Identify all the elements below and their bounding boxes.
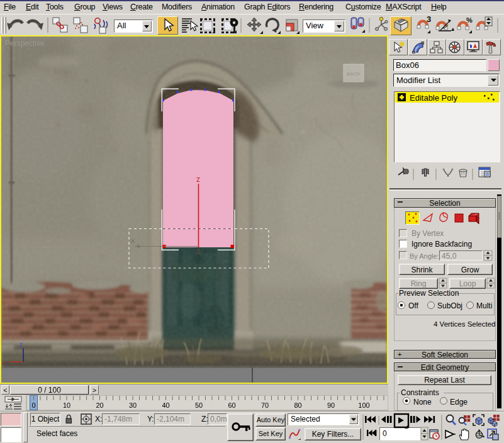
- svg-text:40: 40: [162, 401, 169, 409]
- svg-text:3: 3: [427, 14, 431, 24]
- svg-text:100: 100: [358, 401, 369, 409]
- svg-text:60: 60: [228, 401, 235, 409]
- svg-text:50: 50: [195, 401, 203, 409]
- svg-text:80: 80: [294, 401, 301, 409]
- svg-text:90: 90: [327, 401, 335, 409]
- svg-text:70: 70: [261, 401, 269, 409]
- svg-text:z: z: [20, 341, 23, 348]
- svg-text:%: %: [466, 16, 473, 24]
- svg-text:0: 0: [31, 401, 35, 409]
- svg-text:x: x: [3, 359, 6, 366]
- svg-text:20: 20: [96, 401, 103, 409]
- svg-text:10: 10: [63, 401, 70, 409]
- svg-text:z: z: [196, 175, 200, 184]
- svg-text:30: 30: [129, 401, 137, 409]
